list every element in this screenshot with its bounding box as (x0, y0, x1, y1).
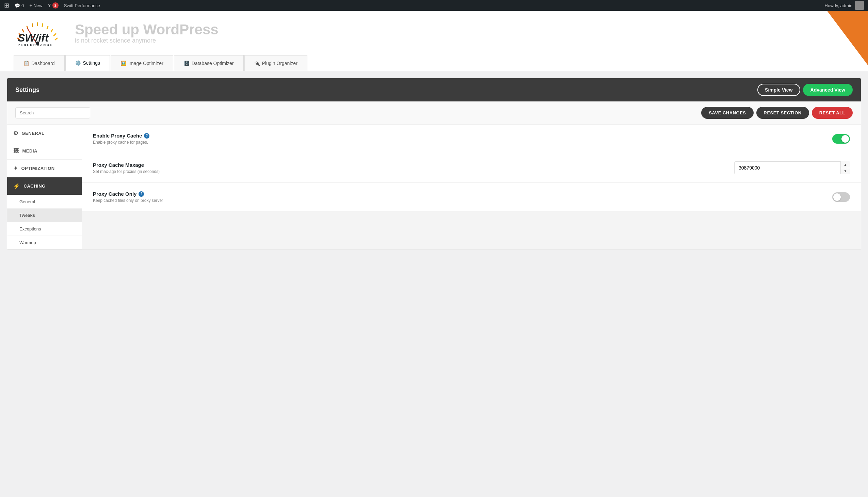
setting-row-proxy-cache-maxage: Proxy Cache Maxage Set max-age for proxi… (82, 153, 861, 183)
sidebar-caching-label: CACHING (24, 184, 46, 188)
settings-toolbar: SAVE CHANGES RESET SECTION RESET ALL (7, 101, 861, 125)
sidebar-subitem-warmup[interactable]: Warmup (7, 236, 82, 250)
sidebar-subitem-tweaks-label: Tweaks (19, 213, 35, 218)
plugin-logo: SW/ift PERFORMANCE (14, 18, 61, 48)
new-label: New (33, 3, 42, 8)
sidebar-optimization-label: OPTIMIZATION (22, 166, 55, 171)
sidebar-item-optimization[interactable]: ✦ OPTIMIZATION (7, 160, 82, 178)
setting-name-proxy-cache-only: Proxy Cache Only ? (93, 191, 825, 197)
toolbar-buttons: SAVE CHANGES RESET SECTION RESET ALL (701, 107, 853, 119)
settings-icon: ⚙️ (75, 60, 81, 66)
tab-image-optimizer[interactable]: 🖼️ Image Optimizer (111, 55, 173, 71)
speedometer-logo: SW/ift PERFORMANCE (14, 18, 61, 48)
search-input[interactable] (15, 107, 90, 118)
toggle-thumb-enable-proxy-cache (841, 135, 849, 143)
tab-database-optimizer-label: Database Optimizer (191, 61, 234, 66)
svg-text:SW/ift: SW/ift (18, 32, 49, 44)
plugin-header: SW/ift PERFORMANCE Speed up WordPress is… (0, 11, 868, 71)
simple-view-button[interactable]: Simple View (757, 84, 800, 96)
sidebar-general-label: GENERAL (22, 131, 45, 136)
admin-bar: ⊞ 💬 0 + New Y 2 Swift Performance Howdy,… (0, 0, 868, 11)
sub-tagline: is not rocket science anymore (75, 38, 218, 44)
number-spinners-maxage: ▲ ▼ (840, 161, 850, 174)
tab-database-optimizer[interactable]: 🗄️ Database Optimizer (174, 55, 244, 71)
tab-plugin-organizer[interactable]: 🔌 Plugin Organizer (244, 55, 308, 71)
admin-bar-comments[interactable]: 💬 0 (15, 3, 24, 8)
svg-line-9 (54, 34, 56, 36)
sidebar-item-caching[interactable]: ⚡ CACHING (7, 178, 82, 195)
yoast-badge: 2 (53, 2, 59, 9)
toggle-track-enable-proxy-cache (832, 134, 850, 144)
svg-text:PERFORMANCE: PERFORMANCE (18, 43, 53, 47)
sidebar-item-general[interactable]: ⚙ GENERAL (7, 125, 82, 142)
svg-line-4 (32, 24, 33, 27)
number-input-wrap-maxage: ▲ ▼ (734, 161, 850, 174)
setting-row-proxy-cache-only: Proxy Cache Only ? Keep cached files onl… (82, 183, 861, 211)
admin-bar-left: ⊞ 💬 0 + New Y 2 Swift Performance (4, 2, 819, 9)
tagline-block: Speed up WordPress is not rocket science… (75, 22, 218, 44)
setting-desc-proxy-cache-only: Keep cached files only on proxy server (93, 198, 825, 203)
toggle-proxy-cache-only[interactable] (832, 192, 850, 202)
settings-header: Settings Simple View Advanced View (7, 78, 861, 101)
plugin-header-content: SW/ift PERFORMANCE Speed up WordPress is… (14, 18, 854, 55)
admin-bar-yoast[interactable]: Y 2 (48, 2, 58, 9)
setting-label-enable-proxy-cache: Enable Proxy Cache ? Enable proxy cache … (93, 133, 825, 145)
spinner-down-maxage[interactable]: ▼ (841, 168, 850, 175)
tab-settings-label: Settings (83, 60, 100, 66)
plugin-organizer-icon: 🔌 (254, 61, 260, 66)
caching-icon: ⚡ (13, 183, 20, 189)
spinner-up-maxage[interactable]: ▲ (841, 161, 850, 168)
orange-triangle-decoration (827, 11, 868, 65)
tab-dashboard-label: Dashboard (31, 61, 55, 66)
reset-all-button[interactable]: RESET ALL (812, 107, 853, 119)
help-icon-proxy-cache-only[interactable]: ? (139, 191, 144, 197)
dashboard-icon: 📋 (24, 61, 29, 66)
svg-line-7 (47, 26, 48, 29)
number-input-proxy-cache-maxage[interactable] (734, 161, 850, 174)
setting-desc-proxy-cache-maxage: Set max-age for proxies (in seconds) (93, 169, 727, 174)
tab-plugin-organizer-label: Plugin Organizer (262, 61, 298, 66)
nav-tabs: 📋 Dashboard ⚙️ Settings 🖼️ Image Optimiz… (14, 55, 854, 71)
reset-section-button[interactable]: RESET SECTION (756, 107, 809, 119)
comments-icon: 💬 (15, 3, 20, 8)
admin-bar-wp-logo[interactable]: ⊞ (4, 2, 9, 9)
sidebar-subitem-exceptions-label: Exceptions (19, 226, 41, 231)
setting-label-proxy-cache-only: Proxy Cache Only ? Keep cached files onl… (93, 191, 825, 203)
general-icon: ⚙ (13, 130, 18, 137)
settings-panel: Settings Simple View Advanced View SAVE … (7, 78, 861, 250)
yoast-icon: Y (48, 3, 51, 8)
tab-settings[interactable]: ⚙️ Settings (65, 55, 110, 71)
tagline: Speed up WordPress (75, 22, 218, 38)
optimization-icon: ✦ (13, 165, 18, 172)
advanced-view-button[interactable]: Advanced View (803, 84, 853, 96)
setting-name-enable-proxy-cache: Enable Proxy Cache ? (93, 133, 825, 139)
sidebar-media-label: MEDIA (23, 148, 38, 154)
toggle-enable-proxy-cache[interactable] (832, 134, 850, 144)
save-changes-button[interactable]: SAVE CHANGES (701, 107, 753, 119)
setting-desc-enable-proxy-cache: Enable proxy cache for pages. (93, 140, 825, 145)
admin-bar-plugin-name[interactable]: Swift Performance (64, 3, 100, 8)
svg-line-8 (51, 30, 53, 32)
settings-content: Enable Proxy Cache ? Enable proxy cache … (82, 125, 861, 250)
media-icon: 🖼 (13, 148, 19, 154)
toggle-thumb-proxy-cache-only (833, 193, 841, 201)
sidebar-subitem-general-label: General (19, 199, 35, 204)
admin-bar-new[interactable]: + New (29, 3, 42, 8)
comments-count: 0 (22, 3, 24, 8)
svg-line-10 (55, 38, 57, 40)
settings-body: ⚙ GENERAL 🖼 MEDIA ✦ OPTIMIZATION ⚡ CACHI… (7, 125, 861, 250)
sidebar-item-media[interactable]: 🖼 MEDIA (7, 142, 82, 160)
toggle-track-proxy-cache-only (832, 192, 850, 202)
sidebar-subitem-tweaks[interactable]: Tweaks (7, 209, 82, 222)
sidebar-subitem-exceptions[interactable]: Exceptions (7, 222, 82, 236)
setting-label-proxy-cache-maxage: Proxy Cache Maxage Set max-age for proxi… (93, 162, 727, 174)
avatar[interactable] (855, 1, 864, 10)
admin-bar-right: Howdy, admin (825, 1, 864, 10)
settings-sidebar: ⚙ GENERAL 🖼 MEDIA ✦ OPTIMIZATION ⚡ CACHI… (7, 125, 82, 250)
plus-icon: + (29, 3, 32, 8)
help-icon-enable-proxy-cache[interactable]: ? (144, 133, 150, 139)
database-optimizer-icon: 🗄️ (184, 61, 189, 66)
setting-row-enable-proxy-cache: Enable Proxy Cache ? Enable proxy cache … (82, 125, 861, 153)
tab-dashboard[interactable]: 📋 Dashboard (14, 55, 65, 71)
sidebar-subitem-general[interactable]: General (7, 195, 82, 209)
